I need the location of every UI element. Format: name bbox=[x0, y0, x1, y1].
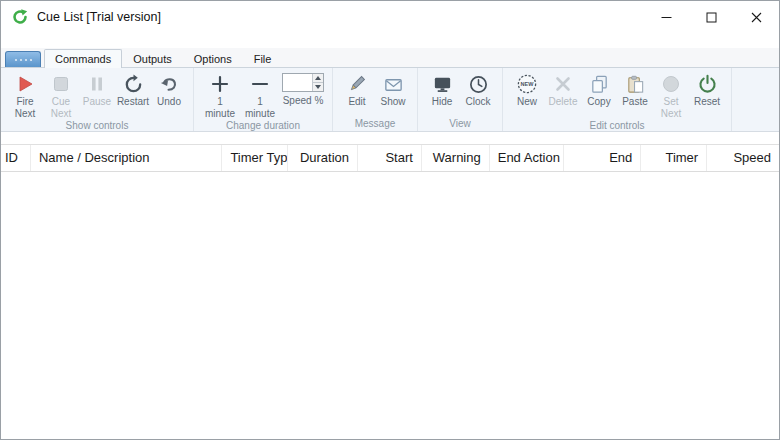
minimize-button[interactable] bbox=[644, 1, 689, 33]
hide-button[interactable]: Hide bbox=[425, 71, 459, 117]
subtract-minute-button[interactable]: 1 minute bbox=[241, 71, 279, 119]
group-edit-controls: NEW New Delete bbox=[503, 68, 732, 131]
clock-icon bbox=[468, 72, 489, 96]
group-caption-view: View bbox=[424, 117, 496, 132]
edit-message-button[interactable]: Edit bbox=[340, 71, 374, 117]
speed-control: Speed % bbox=[280, 71, 326, 106]
add-minute-button[interactable]: 1 minute bbox=[201, 71, 239, 119]
delete-button[interactable]: Delete bbox=[546, 71, 580, 117]
maximize-button[interactable] bbox=[689, 1, 734, 33]
new-stamp-icon: NEW bbox=[516, 72, 538, 96]
column-header-start[interactable]: Start bbox=[358, 145, 422, 171]
paste-button[interactable]: Paste bbox=[618, 71, 652, 117]
column-header-duration[interactable]: Duration bbox=[288, 145, 358, 171]
speed-label: Speed % bbox=[283, 95, 324, 106]
ribbon-tab-strip: Commands Outputs Options File bbox=[1, 48, 779, 68]
group-change-duration: 1 minute 1 minute bbox=[194, 68, 333, 131]
group-message: Edit Show Message bbox=[333, 68, 418, 131]
tab-file[interactable]: File bbox=[243, 49, 283, 67]
restart-icon bbox=[123, 72, 144, 96]
pause-button[interactable]: Pause bbox=[80, 71, 114, 117]
set-next-button[interactable]: Set Next bbox=[654, 71, 688, 119]
column-header-timer-type[interactable]: Timer Type bbox=[222, 145, 288, 171]
play-icon bbox=[15, 72, 35, 96]
app-logo-icon bbox=[11, 8, 29, 26]
column-header-end[interactable]: End bbox=[564, 145, 642, 171]
fire-next-button[interactable]: Fire Next bbox=[8, 71, 42, 119]
tab-options[interactable]: Options bbox=[183, 49, 243, 67]
group-view: Hide Clock View bbox=[418, 68, 503, 131]
speed-input[interactable] bbox=[283, 74, 312, 91]
paste-icon bbox=[625, 72, 646, 96]
column-header-name-description[interactable]: Name / Description bbox=[31, 145, 222, 171]
pencil-icon bbox=[347, 72, 367, 96]
minus-icon bbox=[250, 72, 270, 96]
new-cue-button[interactable]: NEW New bbox=[510, 71, 544, 117]
pause-icon bbox=[87, 72, 107, 96]
reset-button[interactable]: Reset bbox=[690, 71, 724, 117]
delete-x-icon bbox=[553, 72, 573, 96]
cue-next-button[interactable]: Cue Next bbox=[44, 71, 78, 119]
copy-button[interactable]: Copy bbox=[582, 71, 616, 117]
restart-button[interactable]: Restart bbox=[116, 71, 150, 117]
speed-spin-up[interactable] bbox=[313, 74, 323, 83]
cue-table-header: ID Name / Description Timer Type Duratio… bbox=[1, 144, 779, 172]
monitor-icon bbox=[432, 72, 453, 96]
tab-outputs[interactable]: Outputs bbox=[122, 49, 183, 67]
column-header-end-action[interactable]: End Action bbox=[490, 145, 564, 171]
cue-table-empty-body bbox=[1, 172, 779, 439]
power-icon bbox=[697, 72, 718, 96]
plus-icon bbox=[210, 72, 230, 96]
app-menu-tab[interactable] bbox=[5, 51, 41, 67]
copy-icon bbox=[589, 72, 610, 96]
undo-button[interactable]: Undo bbox=[152, 71, 186, 117]
group-caption-message: Message bbox=[339, 117, 411, 132]
column-header-timer[interactable]: Timer bbox=[641, 145, 707, 171]
clock-button[interactable]: Clock bbox=[461, 71, 495, 117]
column-header-speed[interactable]: Speed bbox=[707, 145, 779, 171]
group-show-controls: Fire Next Cue Next Pause bbox=[1, 68, 194, 131]
undo-icon bbox=[159, 72, 180, 96]
dots-icon bbox=[14, 57, 32, 63]
app-window: Cue List [Trial version] Commands Output… bbox=[0, 0, 780, 440]
envelope-icon bbox=[383, 72, 404, 96]
cue-icon bbox=[51, 72, 71, 96]
show-message-button[interactable]: Show bbox=[376, 71, 410, 117]
title-bar: Cue List [Trial version] bbox=[1, 1, 779, 33]
set-next-icon bbox=[661, 72, 681, 96]
speed-spin-down[interactable] bbox=[313, 83, 323, 91]
window-title: Cue List [Trial version] bbox=[37, 10, 161, 24]
tab-commands[interactable]: Commands bbox=[44, 49, 122, 68]
ribbon: Fire Next Cue Next Pause bbox=[1, 68, 779, 132]
new-icon-text: NEW bbox=[521, 81, 535, 87]
speed-spinbox bbox=[282, 73, 324, 92]
close-button[interactable] bbox=[734, 1, 779, 33]
column-header-warning[interactable]: Warning bbox=[422, 145, 490, 171]
column-header-id[interactable]: ID bbox=[1, 145, 31, 171]
